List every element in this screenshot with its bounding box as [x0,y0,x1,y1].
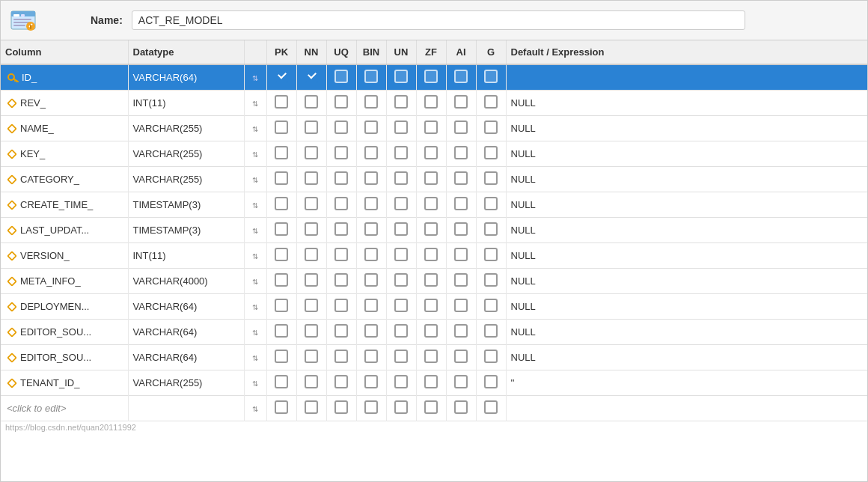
checkbox-un[interactable] [394,222,408,236]
checkbox-uq[interactable] [334,146,348,159]
checkbox-uq[interactable] [334,95,348,109]
checkbox-ai[interactable] [454,197,468,210]
checkbox-un[interactable] [394,171,408,185]
checkbox-g[interactable] [484,120,498,134]
checkbox-ai[interactable] [454,400,468,414]
checkbox-ai[interactable] [454,95,468,109]
checkbox-un[interactable] [394,95,408,109]
checkbox-uq[interactable] [334,222,348,236]
cell-sort[interactable]: ⇅ [244,116,266,141]
checkbox-uq[interactable] [334,273,348,287]
checkbox-bin[interactable] [364,375,378,388]
checkbox-g[interactable] [484,400,498,414]
checkbox-ai[interactable] [454,299,468,312]
checkbox-nn[interactable] [305,120,318,134]
checkbox-bin[interactable] [364,120,378,134]
checkbox-pk[interactable] [275,197,288,210]
cell-sort[interactable]: ⇅ [244,294,266,320]
checkbox-pk[interactable] [275,350,288,363]
checkbox-uq[interactable] [334,197,348,210]
cell-sort[interactable]: ⇅ [244,167,266,192]
click-to-edit-text[interactable]: <click to edit> [7,403,67,414]
checkbox-bin[interactable] [364,95,378,109]
checkbox-zf[interactable] [424,273,438,287]
checkbox-nn[interactable] [305,171,318,185]
checkbox-bin[interactable] [364,350,378,363]
checkbox-nn[interactable] [305,350,318,363]
cell-sort[interactable]: ⇅ [244,91,266,116]
checkbox-un[interactable] [394,248,408,261]
name-input[interactable] [132,10,745,30]
checkbox-nn[interactable] [305,197,318,210]
checkbox-nn[interactable] [305,222,318,236]
checkbox-pk[interactable] [275,120,288,134]
checkbox-nn[interactable] [305,375,318,388]
checkbox-ai[interactable] [454,222,468,236]
cell-sort[interactable]: ⇅ [244,64,266,91]
checkbox-bin[interactable] [364,299,378,312]
checkbox-g[interactable] [484,350,498,363]
cell-sort[interactable]: ⇅ [244,141,266,167]
checkbox-un[interactable] [394,324,408,338]
checkbox-g[interactable] [484,222,498,236]
checkbox-zf[interactable] [424,70,438,83]
checkbox-zf[interactable] [424,324,438,338]
checkbox-un[interactable] [394,299,408,312]
checkbox-ai[interactable] [454,146,468,159]
table-row[interactable]: <click to edit>⇅ [1,396,867,421]
checkbox-un[interactable] [394,273,408,287]
checkbox-uq[interactable] [334,120,348,134]
checkbox-bin[interactable] [364,197,378,210]
cell-sort[interactable]: ⇅ [244,345,266,370]
checkbox-uq[interactable] [334,375,348,388]
table-row[interactable]: NAME_VARCHAR(255)⇅NULL [1,116,867,141]
cell-sort[interactable]: ⇅ [244,370,266,396]
checkbox-pk[interactable] [275,375,288,388]
checkbox-pk[interactable] [275,222,288,236]
checkbox-bin[interactable] [364,400,378,414]
checkbox-bin[interactable] [364,146,378,159]
checkbox-ai[interactable] [454,324,468,338]
table-row[interactable]: TENANT_ID_VARCHAR(255)⇅'' [1,370,867,396]
checkbox-ai[interactable] [454,350,468,363]
checkbox-pk[interactable] [275,273,288,287]
cell-sort[interactable]: ⇅ [244,218,266,243]
checkbox-uq[interactable] [334,324,348,338]
table-row[interactable]: META_INFO_VARCHAR(4000)⇅NULL [1,269,867,294]
checkbox-un[interactable] [394,375,408,388]
checkbox-g[interactable] [484,375,498,388]
checkbox-zf[interactable] [424,197,438,210]
checkbox-pk[interactable] [275,299,288,312]
checkbox-bin[interactable] [364,248,378,261]
checkbox-pk[interactable] [275,95,288,109]
checkbox-ai[interactable] [454,273,468,287]
checkbox-nn[interactable] [305,70,318,83]
table-row[interactable]: DEPLOYMEN...VARCHAR(64)⇅NULL [1,294,867,320]
checkbox-ai[interactable] [454,70,468,83]
checkbox-pk[interactable] [275,248,288,261]
cell-sort[interactable]: ⇅ [244,320,266,345]
cell-sort[interactable]: ⇅ [244,243,266,269]
table-row[interactable]: EDITOR_SOU...VARCHAR(64)⇅NULL [1,320,867,345]
checkbox-zf[interactable] [424,95,438,109]
table-row[interactable]: CATEGORY_VARCHAR(255)⇅NULL [1,167,867,192]
checkbox-nn[interactable] [305,400,318,414]
checkbox-g[interactable] [484,95,498,109]
cell-sort[interactable]: ⇅ [244,396,266,421]
checkbox-un[interactable] [394,70,408,83]
checkbox-ai[interactable] [454,120,468,134]
checkbox-ai[interactable] [454,171,468,185]
checkbox-g[interactable] [484,146,498,159]
checkbox-g[interactable] [484,70,498,83]
table-row[interactable]: VERSION_INT(11)⇅NULL [1,243,867,269]
checkbox-zf[interactable] [424,146,438,159]
checkbox-bin[interactable] [364,222,378,236]
checkbox-zf[interactable] [424,120,438,134]
checkbox-uq[interactable] [334,350,348,363]
checkbox-zf[interactable] [424,248,438,261]
checkbox-zf[interactable] [424,299,438,312]
checkbox-uq[interactable] [334,299,348,312]
checkbox-bin[interactable] [364,273,378,287]
checkbox-un[interactable] [394,120,408,134]
checkbox-bin[interactable] [364,324,378,338]
